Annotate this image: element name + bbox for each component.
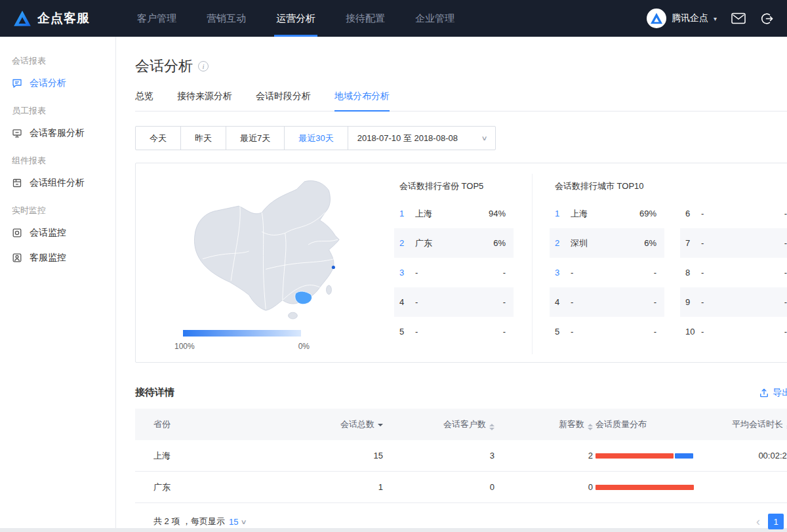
sidebar-item-label: 会话分析 (30, 77, 66, 89)
col-province: 省份 (153, 419, 285, 430)
nav-customer-management[interactable]: 客户管理 (122, 0, 192, 37)
city-rank-row: 8 - - (680, 258, 787, 287)
city-rank-row: 4 - - (550, 287, 664, 317)
mail-icon[interactable] (731, 12, 746, 24)
sidebar-section-component-reports: 组件报表 (0, 146, 115, 171)
map-legend-labels: 100% 0% (174, 342, 310, 351)
col-session-customers[interactable]: 会话客户数 (383, 419, 494, 430)
city-rank-row: 2 深圳 6% (550, 228, 664, 258)
city-ranking: 会话数排行城市 TOP10 1 上海 69% 2 深圳 6% (550, 180, 787, 362)
quality-bar-red (595, 485, 694, 490)
caret-down-icon: ▾ (714, 15, 717, 22)
province-ranking: 会话数排行省份 TOP5 1 上海 94% 2 广东 6% 3 - - (394, 180, 514, 362)
sort-desc-icon[interactable] (378, 424, 383, 426)
filter-last7days-button[interactable]: 最近7天 (226, 126, 285, 150)
map-region-guangdong (295, 291, 312, 304)
table-row[interactable]: 上海 15 3 2 00:02:22 (135, 440, 787, 472)
prev-page-button[interactable]: ‹ (754, 515, 763, 529)
date-range-picker[interactable]: 2018-07-10 至 2018-08-08 ∨ (348, 126, 496, 150)
analysis-tabs: 总览 接待来源分析 会话时段分析 地域分布分析 (135, 91, 787, 112)
person-monitor-icon (12, 253, 22, 263)
info-icon[interactable]: i (198, 61, 209, 72)
pagination: 共 2 项 ，每页显示 15 ∨ ‹ 1 › (135, 503, 787, 532)
qidian-logo-icon (13, 10, 31, 27)
filter-last30days-button[interactable]: 最近30天 (284, 126, 348, 150)
legend-max-label: 100% (174, 342, 195, 351)
nav-reception-config[interactable]: 接待配置 (331, 0, 400, 37)
chevron-down-icon: ∨ (240, 518, 247, 525)
sidebar-section-session-reports: 会话报表 (0, 46, 115, 71)
sidebar-item-label: 客服监控 (30, 252, 66, 264)
filter-today-button[interactable]: 今天 (135, 126, 181, 150)
city-ranking-col2: 6 - - 7 - - 8 - (680, 199, 787, 346)
col-quality-distribution: 会话质量分布 (593, 419, 732, 430)
china-map[interactable] (165, 173, 382, 321)
sort-icon[interactable] (489, 424, 494, 430)
sidebar-item-label: 会话客服分析 (30, 127, 85, 139)
chevron-down-icon: ∨ (481, 134, 488, 142)
detail-header: 接待详情 导出CSV (135, 386, 787, 399)
quality-bar-red (595, 453, 674, 459)
sidebar-item-agent-analysis[interactable]: 会话客服分析 (0, 121, 115, 146)
component-box-icon (12, 178, 22, 188)
page-size-select[interactable]: 15 ∨ (229, 517, 246, 527)
map-legend-gradient (183, 330, 301, 337)
account-name: 腾讯企点 (672, 12, 708, 24)
sidebar-item-session-monitor[interactable]: 会话监控 (0, 220, 115, 245)
tab-region-distribution[interactable]: 地域分布分析 (334, 91, 390, 111)
legend-min-label: 0% (298, 342, 310, 351)
tab-time-period[interactable]: 会话时段分析 (256, 91, 311, 111)
province-rank-row: 2 广东 6% (394, 228, 514, 258)
page-number-1[interactable]: 1 (768, 514, 784, 529)
app-window: 企点客服 客户管理 营销互动 运营分析 接待配置 企业管理 腾讯企点 ▾ (0, 0, 787, 532)
city-rank-row: 5 - - (550, 317, 664, 346)
province-rank-row: 4 - - (394, 287, 514, 317)
sidebar-item-session-analysis[interactable]: 会话分析 (0, 71, 115, 96)
export-label: 导出CSV (773, 387, 787, 399)
quality-bar (595, 453, 694, 459)
city-rank-row: 3 - - (550, 258, 664, 287)
logo-text: 企点客服 (37, 10, 90, 27)
city-rank-row: 7 - - (680, 228, 787, 258)
table-row[interactable]: 广东 1 0 0 - (135, 472, 787, 503)
sidebar-item-label: 会话组件分析 (30, 177, 85, 189)
table-header-row: 省份 会话总数 会话客户数 新客数 会话质量分布 平均会话时长 (135, 409, 787, 440)
sort-icon[interactable] (588, 424, 593, 430)
city-rank-row: 1 上海 69% (550, 199, 664, 228)
city-rank-row: 9 - - (680, 287, 787, 317)
col-total-sessions[interactable]: 会话总数 (285, 419, 383, 430)
export-csv-button[interactable]: 导出CSV (759, 387, 787, 399)
quality-bar (595, 485, 694, 490)
tab-overview[interactable]: 总览 (135, 91, 153, 111)
province-rank-row: 3 - - (394, 258, 514, 287)
app-logo[interactable]: 企点客服 (13, 10, 117, 27)
filter-yesterday-button[interactable]: 昨天 (180, 126, 226, 150)
monitor-headset-icon (12, 128, 22, 138)
pagination-summary: 共 2 项 ，每页显示 15 ∨ (153, 516, 246, 527)
geo-distribution-panel: 100% 0% 会话数排行省份 TOP5 1 上海 94% 2 广东 6% (135, 163, 787, 363)
monitor-circle-icon (12, 228, 22, 238)
city-ranking-col1: 1 上海 69% 2 深圳 6% 3 - (550, 199, 664, 346)
city-rank-row: 6 - - (680, 199, 787, 228)
col-avg-duration[interactable]: 平均会话时长 (732, 419, 787, 430)
logout-icon[interactable] (760, 12, 774, 26)
city-rank-row: 10 - - (680, 317, 787, 346)
nav-enterprise-management[interactable]: 企业管理 (400, 0, 470, 37)
sidebar-item-agent-monitor[interactable]: 客服监控 (0, 245, 115, 270)
nav-operation-analysis[interactable]: 运营分析 (261, 0, 331, 37)
nav-marketing-interaction[interactable]: 营销互动 (192, 0, 261, 37)
detail-title: 接待详情 (135, 386, 174, 399)
sidebar-item-label: 会话监控 (30, 227, 66, 239)
date-filter-group: 今天 昨天 最近7天 最近30天 2018-07-10 至 2018-08-08… (135, 126, 496, 150)
city-ranking-title: 会话数排行城市 TOP10 (550, 180, 787, 192)
account-menu[interactable]: 腾讯企点 ▾ (647, 9, 717, 28)
sidebar-item-component-analysis[interactable]: 会话组件分析 (0, 171, 115, 195)
pagination-controls: ‹ 1 › (754, 514, 787, 529)
province-ranking-title: 会话数排行省份 TOP5 (394, 180, 514, 192)
top-nav: 客户管理 营销互动 运营分析 接待配置 企业管理 (122, 0, 470, 37)
tab-reception-source[interactable]: 接待来源分析 (177, 91, 232, 111)
col-new-customers[interactable]: 新客数 (494, 419, 593, 430)
china-map-block: 100% 0% (165, 173, 382, 362)
topbar-right: 腾讯企点 ▾ (647, 9, 774, 28)
page-title: 会话分析 (135, 56, 193, 76)
